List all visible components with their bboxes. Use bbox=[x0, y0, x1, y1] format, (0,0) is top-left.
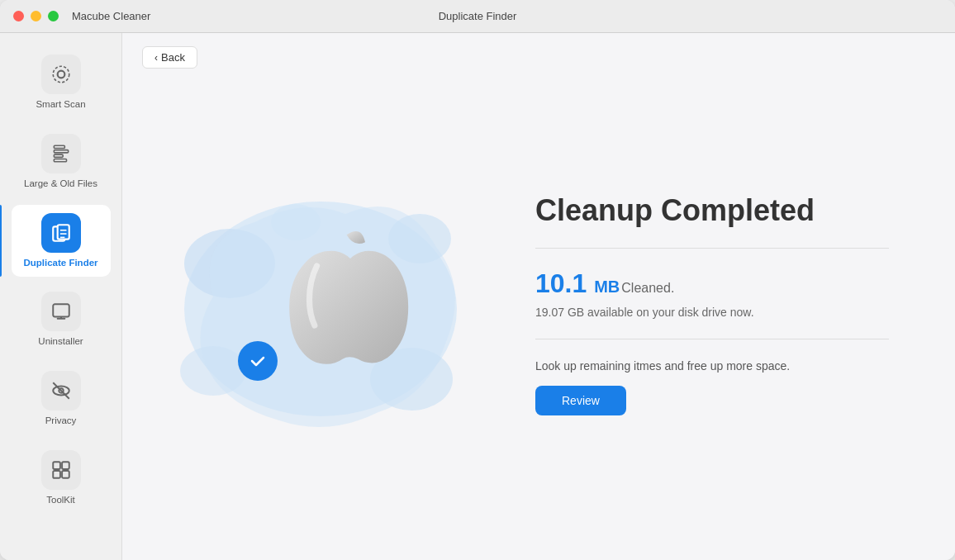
privacy-icon-wrapper bbox=[41, 371, 81, 411]
duplicate-finder-icon-wrapper bbox=[41, 213, 81, 253]
divider-top bbox=[535, 248, 889, 249]
smart-scan-icon-wrapper bbox=[41, 55, 81, 94]
minimize-button[interactable] bbox=[31, 11, 41, 21]
large-old-files-icon bbox=[50, 143, 72, 164]
content-body: Cleanup Completed 10.1 MBCleaned. 19.07 … bbox=[122, 82, 955, 560]
sidebar-item-uninstaller[interactable]: Uninstaller bbox=[12, 283, 111, 356]
main-area: Smart Scan Large & Old Files bbox=[0, 33, 955, 560]
svg-rect-17 bbox=[53, 462, 60, 469]
check-badge bbox=[238, 341, 278, 381]
back-button-label: Back bbox=[161, 51, 185, 64]
window-title: Duplicate Finder bbox=[439, 10, 517, 22]
apple-logo-svg bbox=[261, 221, 410, 386]
blob-container bbox=[147, 156, 494, 453]
cleaned-unit: MB bbox=[594, 278, 620, 296]
svg-rect-4 bbox=[54, 154, 63, 157]
svg-rect-18 bbox=[62, 462, 69, 469]
maximize-button[interactable] bbox=[48, 11, 59, 21]
svg-rect-19 bbox=[53, 471, 60, 478]
sidebar-item-smart-scan[interactable]: Smart Scan bbox=[12, 46, 111, 119]
content-header: ‹ Back bbox=[122, 33, 955, 82]
svg-point-0 bbox=[57, 71, 64, 78]
illustration-area bbox=[122, 156, 519, 453]
cleaned-number: 10.1 bbox=[535, 268, 594, 298]
content-area: ‹ Back bbox=[122, 33, 955, 560]
sidebar-item-duplicate-finder[interactable]: Duplicate Finder bbox=[12, 205, 111, 278]
sidebar-label-duplicate-finder: Duplicate Finder bbox=[23, 258, 97, 269]
cleaned-amount: 10.1 MBCleaned. bbox=[535, 268, 889, 299]
svg-rect-2 bbox=[54, 145, 64, 148]
privacy-icon bbox=[50, 380, 72, 401]
sidebar-item-large-old-files[interactable]: Large & Old Files bbox=[12, 126, 111, 198]
uninstaller-icon-wrapper bbox=[41, 292, 81, 331]
svg-point-1 bbox=[53, 66, 69, 83]
svg-rect-20 bbox=[62, 471, 69, 478]
svg-rect-3 bbox=[54, 149, 68, 152]
sidebar-label-toolkit: ToolKit bbox=[46, 495, 75, 506]
toolkit-icon-wrapper bbox=[41, 450, 81, 490]
apple-logo bbox=[261, 221, 410, 389]
available-text: 19.07 GB available on your disk drive no… bbox=[535, 306, 889, 319]
close-button[interactable] bbox=[13, 11, 24, 21]
sidebar-label-uninstaller: Uninstaller bbox=[38, 336, 83, 348]
sidebar-label-large-old-files: Large & Old Files bbox=[24, 178, 97, 190]
app-window: Macube Cleaner Duplicate Finder Smart Sc… bbox=[0, 0, 955, 560]
title-bar: Macube Cleaner Duplicate Finder bbox=[0, 0, 955, 33]
large-old-files-icon-wrapper bbox=[41, 134, 81, 173]
svg-rect-5 bbox=[54, 159, 66, 161]
sidebar-item-toolkit[interactable]: ToolKit bbox=[12, 442, 111, 515]
back-button[interactable]: ‹ Back bbox=[142, 46, 197, 69]
svg-rect-11 bbox=[53, 305, 69, 317]
smart-scan-icon bbox=[50, 64, 72, 85]
sidebar: Smart Scan Large & Old Files bbox=[0, 33, 122, 560]
sidebar-label-smart-scan: Smart Scan bbox=[36, 99, 85, 111]
sidebar-item-privacy[interactable]: Privacy bbox=[12, 363, 111, 435]
suggestion-text: Look up remaining itmes and free up more… bbox=[535, 359, 889, 373]
traffic-lights bbox=[13, 11, 59, 21]
result-panel: Cleanup Completed 10.1 MBCleaned. 19.07 … bbox=[519, 177, 922, 432]
duplicate-finder-icon bbox=[50, 222, 72, 244]
checkmark-icon bbox=[248, 351, 268, 371]
svg-line-16 bbox=[53, 382, 69, 399]
cleaned-label: Cleaned. bbox=[621, 281, 674, 295]
sidebar-label-privacy: Privacy bbox=[45, 415, 77, 427]
uninstaller-icon bbox=[50, 301, 72, 322]
result-title: Cleanup Completed bbox=[535, 193, 889, 228]
app-name: Macube Cleaner bbox=[72, 10, 150, 22]
review-button[interactable]: Review bbox=[535, 386, 626, 415]
back-chevron-icon: ‹ bbox=[154, 52, 158, 64]
divider-bottom bbox=[535, 339, 889, 339]
toolkit-icon bbox=[50, 459, 72, 481]
